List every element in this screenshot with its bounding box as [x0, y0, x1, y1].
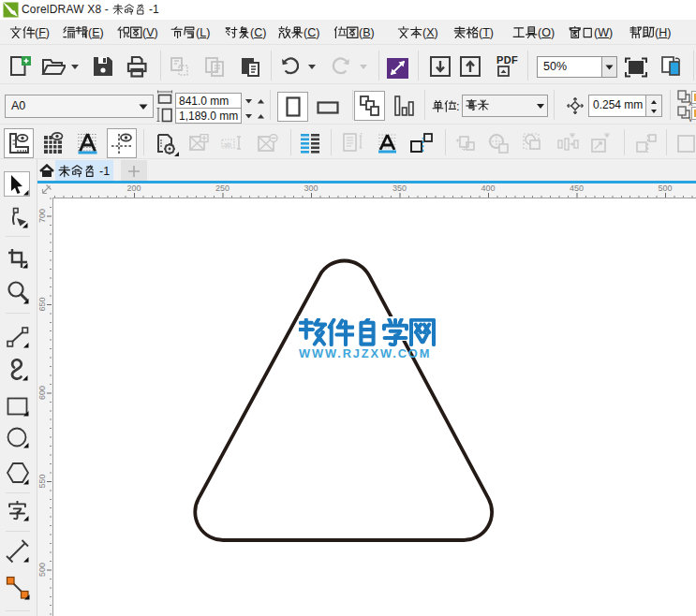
svg-text:550: 550	[37, 474, 47, 488]
svg-text:500: 500	[658, 183, 672, 193]
svg-text:ab: ab	[224, 141, 231, 148]
svg-text:450: 450	[570, 183, 584, 193]
svg-text:400: 400	[481, 183, 495, 193]
svg-text:300: 300	[304, 183, 318, 193]
svg-text:700: 700	[37, 209, 47, 223]
svg-text:600: 600	[37, 386, 47, 400]
svg-text:250: 250	[215, 183, 230, 193]
svg-text:200: 200	[126, 183, 141, 193]
svg-text:350: 350	[392, 183, 407, 193]
svg-text:500: 500	[37, 563, 47, 577]
svg-text:650: 650	[37, 297, 47, 311]
